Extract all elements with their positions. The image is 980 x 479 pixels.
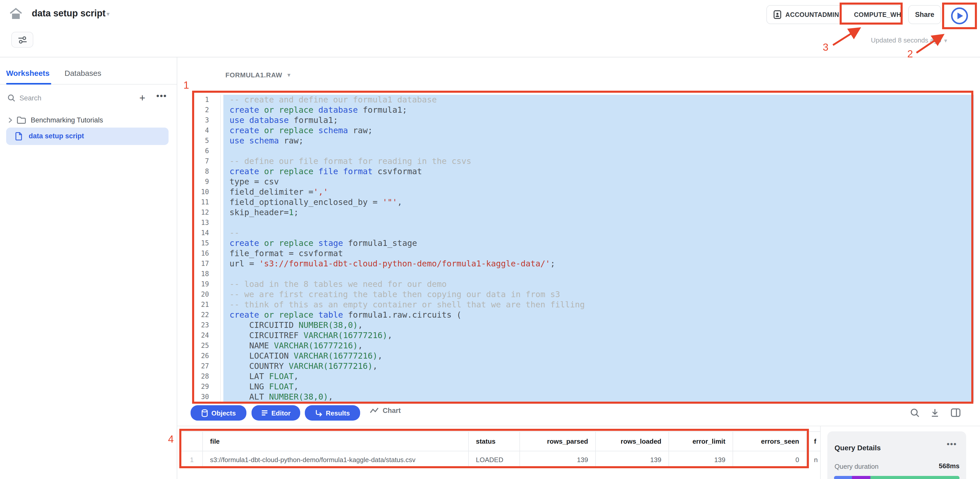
header-divider bbox=[0, 57, 980, 57]
code-line[interactable]: 16file_format = csvformat bbox=[177, 248, 980, 259]
line-number: 15 bbox=[177, 238, 221, 248]
code-line[interactable]: 24 CIRCUITREF VARCHAR(16777216), bbox=[177, 331, 980, 341]
folder-icon bbox=[17, 116, 26, 124]
code-line[interactable]: 13 bbox=[177, 218, 980, 228]
code-line[interactable]: 12skip_header=1; bbox=[177, 207, 980, 218]
code-line[interactable]: 3use database formula1; bbox=[177, 115, 980, 126]
search-icon bbox=[8, 94, 15, 102]
share-button[interactable]: Share bbox=[908, 5, 941, 24]
editor-button[interactable]: Editor bbox=[251, 405, 300, 420]
column-header[interactable]: file bbox=[203, 432, 469, 451]
add-worksheet-button[interactable]: + bbox=[139, 92, 145, 104]
code-line[interactable]: 1-- create and define our formula1 datab… bbox=[177, 95, 980, 105]
updated-text: Updated 8 seconds ago bbox=[871, 37, 941, 44]
split-columns-icon[interactable] bbox=[951, 408, 960, 417]
code-line-text: skip_header=1; bbox=[223, 207, 974, 218]
code-line-text: -- define our file format for reading in… bbox=[223, 156, 974, 167]
line-number: 17 bbox=[177, 259, 221, 269]
folder-label: Benchmarking Tutorials bbox=[31, 116, 103, 124]
home-icon[interactable] bbox=[9, 8, 22, 20]
title-dropdown-caret-icon[interactable]: ▼ bbox=[105, 11, 111, 17]
code-line-text: url = 's3://formula1-dbt-cloud-python-de… bbox=[223, 259, 974, 269]
updated-status[interactable]: Updated 8 seconds ago ▼ bbox=[871, 37, 948, 44]
query-details-card bbox=[827, 431, 966, 479]
query-details-more-button[interactable]: ••• bbox=[947, 439, 957, 449]
objects-button[interactable]: Objects bbox=[191, 405, 247, 420]
tab-worksheets[interactable]: Worksheets bbox=[6, 68, 50, 77]
warehouse-badge[interactable]: COMPUTE_WH bbox=[854, 11, 901, 18]
code-line[interactable]: 19-- load in the 8 tables we need for ou… bbox=[177, 279, 980, 290]
code-line[interactable]: 30 ALT NUMBER(38,0), bbox=[177, 392, 980, 402]
code-line-text: file_format = csvformat bbox=[223, 248, 974, 259]
code-line[interactable]: 23 CIRCUITID NUMBER(38,0), bbox=[177, 320, 980, 331]
code-line[interactable]: 4create or replace schema raw; bbox=[177, 126, 980, 136]
column-header[interactable]: errors_seen bbox=[733, 432, 807, 451]
sidebar-more-button[interactable]: ••• bbox=[156, 91, 167, 102]
annotation-label-4: 4 bbox=[168, 433, 173, 445]
code-line[interactable]: 27 COUNTRY VARCHAR(16777216), bbox=[177, 361, 980, 371]
line-number: 22 bbox=[177, 310, 221, 320]
code-line[interactable]: 7-- define our file format for reading i… bbox=[177, 156, 980, 167]
line-number: 5 bbox=[177, 136, 221, 146]
code-line[interactable]: 11field_optionally_enclosed_by = '"', bbox=[177, 197, 980, 207]
column-header[interactable]: rows_parsed bbox=[520, 432, 596, 451]
column-header[interactable] bbox=[181, 432, 203, 451]
code-line[interactable]: 20-- we are first creating the table the… bbox=[177, 290, 980, 300]
code-line-text: LOCATION VARCHAR(16777216), bbox=[223, 351, 974, 361]
role-badge[interactable]: ACCOUNTADMIN bbox=[785, 11, 839, 18]
tab-databases[interactable]: Databases bbox=[65, 68, 101, 77]
code-line-text: use database formula1; bbox=[223, 115, 974, 126]
code-line[interactable]: 29 LNG FLOAT, bbox=[177, 382, 980, 392]
line-number: 8 bbox=[177, 167, 221, 177]
worksheet-settings-button[interactable] bbox=[11, 32, 33, 48]
code-line[interactable]: 6 bbox=[177, 146, 980, 156]
role-badge-icon bbox=[773, 10, 781, 19]
schema-context-selector[interactable]: FORMULA1.RAW ▼ bbox=[225, 71, 292, 79]
chevron-right-icon[interactable] bbox=[8, 117, 12, 123]
sidebar-item-folder[interactable]: Benchmarking Tutorials bbox=[8, 114, 103, 126]
run-button[interactable] bbox=[950, 7, 969, 25]
table-row[interactable]: 1s3://formula1-dbt-cloud-python-demo/for… bbox=[181, 451, 820, 467]
download-icon[interactable] bbox=[930, 408, 940, 417]
code-line[interactable]: 10field_delimiter =',' bbox=[177, 187, 980, 197]
table-cell: LOADED bbox=[469, 451, 520, 467]
results-button[interactable]: Results bbox=[305, 405, 360, 420]
code-line[interactable]: 9type = csv bbox=[177, 177, 980, 187]
column-header[interactable]: error_limit bbox=[669, 432, 733, 451]
sliders-icon bbox=[18, 36, 27, 44]
code-line[interactable]: 17url = 's3://formula1-dbt-cloud-python-… bbox=[177, 259, 980, 269]
code-line-text: CIRCUITID NUMBER(38,0), bbox=[223, 320, 974, 331]
results-table[interactable]: filestatusrows_parsedrows_loadederror_li… bbox=[181, 431, 820, 467]
chart-toggle[interactable]: Chart bbox=[370, 407, 401, 414]
code-line[interactable]: 8create or replace file format csvformat bbox=[177, 167, 980, 177]
code-line[interactable]: 28 LAT FLOAT, bbox=[177, 371, 980, 382]
sql-editor[interactable]: 1-- create and define our formula1 datab… bbox=[177, 92, 980, 403]
code-line[interactable]: 26 LOCATION VARCHAR(16777216), bbox=[177, 351, 980, 361]
column-header[interactable]: status bbox=[469, 432, 520, 451]
search-results-icon[interactable] bbox=[910, 408, 920, 417]
selected-worksheet-label: data setup script bbox=[29, 132, 84, 140]
code-line[interactable]: 14-- bbox=[177, 228, 980, 238]
column-header[interactable]: f bbox=[807, 432, 820, 451]
chart-line-icon bbox=[370, 407, 379, 414]
context-pill[interactable]: ACCOUNTADMIN COMPUTE_WH bbox=[766, 5, 901, 24]
annotation-label-2: 2 bbox=[907, 48, 913, 59]
code-line-text: -- create and define our formula1 databa… bbox=[223, 95, 974, 105]
code-line[interactable]: 2create or replace database formula1; bbox=[177, 105, 980, 115]
code-line[interactable]: 15create or replace stage formula1_stage bbox=[177, 238, 980, 248]
query-details-title: Query Details bbox=[835, 444, 881, 452]
search-input[interactable]: Search bbox=[19, 94, 41, 102]
context-caret-icon: ▼ bbox=[286, 72, 292, 78]
column-header[interactable]: rows_loaded bbox=[596, 432, 669, 451]
query-duration-value: 568ms bbox=[918, 462, 959, 470]
code-line[interactable]: 5use schema raw; bbox=[177, 136, 980, 146]
code-line[interactable]: 25 NAME VARCHAR(16777216), bbox=[177, 341, 980, 351]
code-line[interactable]: 21-- think of this as an empty container… bbox=[177, 300, 980, 310]
line-number: 10 bbox=[177, 187, 221, 197]
line-number: 28 bbox=[177, 371, 221, 382]
code-line-text: type = csv bbox=[223, 177, 974, 187]
code-line[interactable]: 22create or replace table formula1.raw.c… bbox=[177, 310, 980, 320]
code-line[interactable]: 18 bbox=[177, 269, 980, 279]
code-line-text: use schema raw; bbox=[223, 136, 974, 146]
annotation-label-3: 3 bbox=[823, 41, 828, 53]
